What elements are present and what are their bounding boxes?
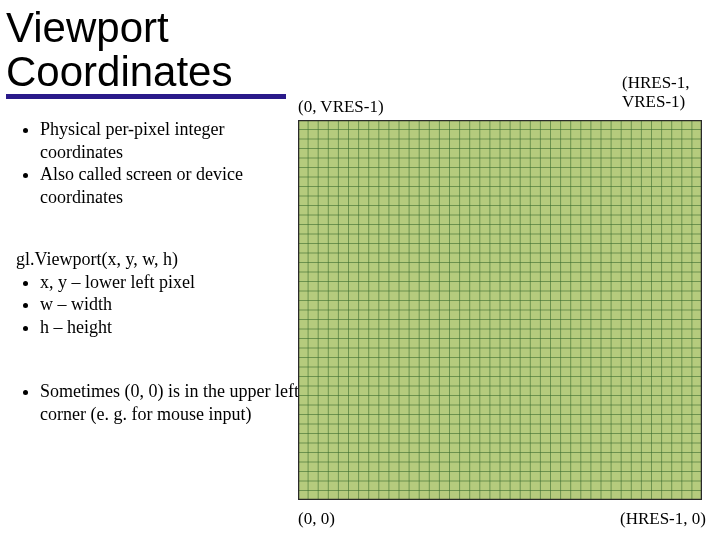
coord-label-top-right-line2: VRES-1) [622, 92, 685, 111]
coord-label-top-right-line1: (HRES-1, [622, 73, 690, 92]
bullet-group-2: gl.Viewport(x, y, w, h) x, y – lower lef… [16, 248, 286, 338]
coord-label-top-right: (HRES-1, VRES-1) [622, 74, 690, 111]
bullet-h: h – height [40, 316, 286, 339]
title-underline [6, 94, 286, 99]
bullet-w: w – width [40, 293, 286, 316]
bullet-screen: Also called screen or device coordinates [40, 163, 286, 208]
glviewport-heading: gl.Viewport(x, y, w, h) [16, 248, 286, 271]
grid-svg [298, 120, 702, 500]
coord-label-bottom-left: (0, 0) [298, 510, 335, 529]
bullet-xy: x, y – lower left pixel [40, 271, 286, 294]
slide-title: Viewport Coordinates [6, 6, 232, 94]
bullet-group-1: Physical per-pixel integer coordinates A… [16, 118, 286, 208]
coord-label-bottom-right: (HRES-1, 0) [620, 510, 706, 529]
bullet-group-3: Sometimes (0, 0) is in the upper left co… [16, 380, 316, 425]
bullet-physical: Physical per-pixel integer coordinates [40, 118, 286, 163]
viewport-grid [298, 120, 702, 500]
bullet-sometimes: Sometimes (0, 0) is in the upper left co… [40, 380, 316, 425]
coord-label-top-left: (0, VRES-1) [298, 98, 384, 117]
title-text: Viewport Coordinates [6, 4, 232, 95]
